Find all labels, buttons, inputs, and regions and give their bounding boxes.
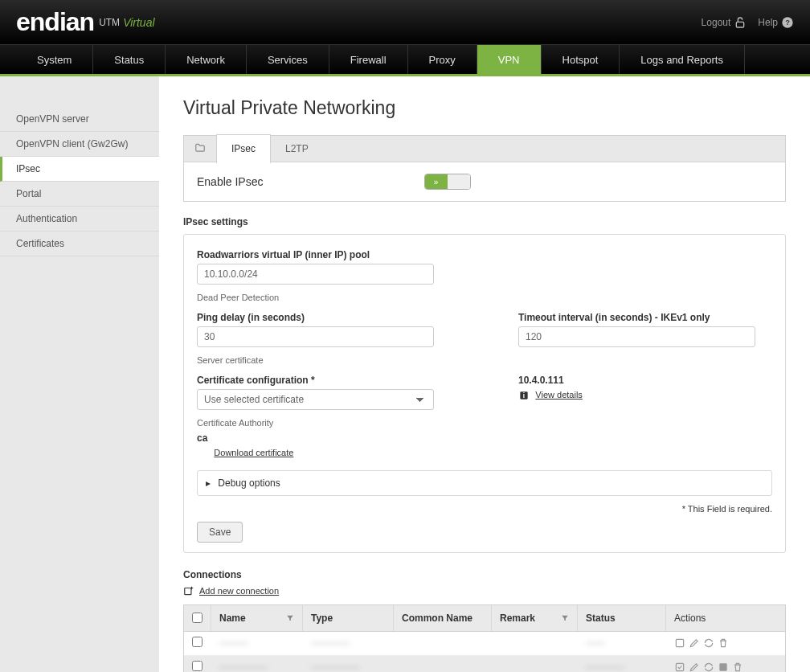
cert-ip-label: 10.4.0.111: [518, 375, 772, 386]
connections-grid: Name Type Common Name Remark Status Acti…: [183, 604, 786, 672]
col-status[interactable]: Status: [586, 613, 616, 624]
ca-label: ca: [197, 432, 772, 444]
connections-heading: Connections: [183, 569, 786, 580]
dpd-label: Dead Peer Detection: [197, 293, 772, 302]
info-icon: i: [518, 390, 530, 401]
server-cert-label: Server certificate: [197, 355, 772, 365]
ping-delay-input[interactable]: [197, 326, 434, 347]
help-button[interactable]: Help ?: [758, 16, 794, 29]
svg-text:i: i: [523, 392, 525, 400]
logout-button[interactable]: Logout: [702, 16, 747, 29]
table-row: —————————: [184, 632, 785, 656]
chevron-right-icon: ▸: [206, 477, 211, 489]
sidebar-item-ipsec[interactable]: IPsec: [0, 157, 159, 182]
brand-utm: UTM: [99, 17, 120, 28]
row-type: ————: [311, 637, 350, 649]
view-details-link[interactable]: View details: [535, 390, 583, 400]
svg-rect-6: [676, 640, 683, 647]
checkbox-action-icon[interactable]: [674, 662, 685, 672]
info-icon[interactable]: [718, 662, 729, 672]
sidebar-item-authentication[interactable]: Authentication: [0, 207, 159, 232]
enable-ipsec-toggle[interactable]: »: [424, 174, 471, 190]
tab-ipsec[interactable]: IPsec: [216, 134, 271, 163]
cert-config-select[interactable]: Use selected certificate: [197, 389, 434, 410]
download-icon: [197, 448, 208, 459]
brand-virtual: Virtual: [123, 16, 154, 29]
svg-text:?: ?: [785, 18, 790, 27]
tab-bar: IPsecL2TP: [183, 135, 786, 162]
sidebar-item-portal[interactable]: Portal: [0, 182, 159, 207]
top-nav: SystemStatusNetworkServicesFirewallProxy…: [0, 44, 810, 76]
debug-options-toggle[interactable]: ▸ Debug options: [197, 470, 772, 496]
checkbox-action-icon[interactable]: [674, 637, 685, 649]
row-checkbox[interactable]: [192, 637, 202, 647]
sidebar-item-certificates[interactable]: Certificates: [0, 232, 159, 256]
svg-rect-7: [676, 664, 683, 671]
topnav-item-vpn[interactable]: VPN: [477, 45, 542, 74]
row-name: ———: [219, 637, 248, 649]
toggle-on-icon: »: [425, 174, 448, 189]
col-actions: Actions: [674, 613, 706, 624]
save-button[interactable]: Save: [197, 522, 243, 543]
edit-icon[interactable]: [689, 637, 700, 649]
timeout-input[interactable]: [518, 326, 755, 347]
topnav-item-system[interactable]: System: [16, 45, 93, 74]
cert-config-label: Certificate configuration *: [197, 375, 470, 386]
table-row: ——————————————: [184, 656, 785, 672]
topnav-item-proxy[interactable]: Proxy: [408, 45, 477, 74]
topnav-item-hotspot[interactable]: Hotspot: [542, 45, 620, 74]
topnav-item-services[interactable]: Services: [247, 45, 329, 74]
roadwarriors-input[interactable]: [197, 264, 434, 285]
topnav-item-network[interactable]: Network: [166, 45, 247, 74]
ca-section-label: Certificate Authority: [197, 418, 772, 428]
required-note: * This Field is required.: [197, 504, 772, 514]
folder-icon: [184, 142, 216, 156]
filter-icon[interactable]: [561, 614, 569, 622]
topnav-item-status[interactable]: Status: [93, 45, 166, 74]
col-common[interactable]: Common Name: [402, 613, 472, 624]
help-icon: ?: [781, 16, 794, 29]
sidebar: OpenVPN serverOpenVPN client (Gw2Gw)IPse…: [0, 76, 159, 672]
sidebar-item-openvpn-server[interactable]: OpenVPN server: [0, 107, 159, 132]
tab-l2tp[interactable]: L2TP: [271, 135, 323, 162]
svg-rect-8: [719, 664, 726, 671]
brand-name: endian: [16, 7, 94, 37]
roadwarriors-label: Roadwarriors virtual IP (inner IP) pool: [197, 249, 772, 260]
row-status: ——: [586, 637, 605, 649]
add-icon: [183, 585, 194, 596]
topnav-item-logs-and-reports[interactable]: Logs and Reports: [620, 45, 745, 74]
header: endian UTM Virtual Logout Help ?: [0, 0, 810, 44]
download-cert-link[interactable]: Download certificate: [214, 448, 293, 457]
svg-rect-0: [737, 22, 744, 27]
trash-icon[interactable]: [718, 637, 729, 649]
ipsec-settings-heading: IPsec settings: [183, 216, 786, 227]
select-all-checkbox[interactable]: [192, 613, 202, 623]
lock-icon: [734, 16, 747, 29]
col-type[interactable]: Type: [311, 613, 333, 624]
col-name[interactable]: Name: [219, 613, 246, 624]
row-status: ————: [586, 662, 624, 672]
main-content: Virtual Private Networking IPsecL2TP Ena…: [159, 76, 810, 672]
add-connection-link[interactable]: Add new connection: [199, 586, 279, 596]
settings-box: Roadwarriors virtual IP (inner IP) pool …: [183, 234, 786, 553]
trash-icon[interactable]: [732, 662, 743, 672]
refresh-icon[interactable]: [703, 637, 714, 649]
topnav-item-firewall[interactable]: Firewall: [329, 45, 408, 74]
svg-rect-5: [185, 588, 191, 594]
row-name: —————: [219, 662, 268, 672]
filter-icon[interactable]: [286, 614, 294, 622]
sidebar-item-openvpn-client-gw2gw-[interactable]: OpenVPN client (Gw2Gw): [0, 132, 159, 157]
ping-delay-label: Ping delay (in seconds): [197, 312, 470, 323]
page-title: Virtual Private Networking: [183, 97, 786, 119]
timeout-label: Timeout interval (in seconds) - IKEv1 on…: [518, 312, 772, 323]
row-type: —————: [311, 662, 359, 672]
col-remark[interactable]: Remark: [500, 613, 535, 624]
edit-icon[interactable]: [689, 662, 700, 672]
enable-ipsec-label: Enable IPsec: [197, 175, 264, 188]
row-checkbox[interactable]: [192, 661, 202, 671]
refresh-icon[interactable]: [703, 662, 714, 672]
